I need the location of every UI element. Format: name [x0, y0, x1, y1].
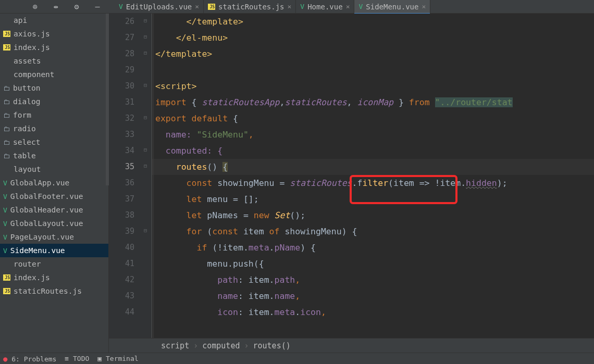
gear-icon[interactable]: ⚙: [71, 1, 82, 12]
fold-column[interactable]: ⊟⊟⊟⊟⊟⊟⊟⊟: [143, 14, 152, 338]
tab-home[interactable]: V Home.vue ×: [296, 0, 354, 14]
folder-icon: 🗀: [3, 84, 10, 92]
tree-item[interactable]: VGlobalHeader.vue: [0, 203, 108, 217]
tree-item-label: assets: [14, 57, 41, 65]
line-gutter: 26272829303132333435363738394041424344: [109, 14, 143, 338]
vue-icon: V: [3, 247, 7, 255]
folder-icon: 🗀: [3, 139, 10, 146]
vue-icon: V: [3, 179, 7, 187]
tree-item[interactable]: api: [0, 14, 108, 27]
close-icon[interactable]: ×: [346, 3, 350, 10]
tree-item-label: axios.js: [14, 30, 50, 38]
tree-item[interactable]: VGlobalLayout.vue: [0, 217, 108, 230]
tree-item[interactable]: 🗀select: [0, 135, 108, 149]
todo-button[interactable]: ≡ TODO: [65, 355, 89, 362]
folder-icon: [3, 17, 10, 24]
tree-item[interactable]: VGlobalApp.vue: [0, 176, 108, 190]
tree-item-label: form: [13, 111, 31, 119]
tree-item[interactable]: JSindex.js: [0, 41, 108, 54]
tree-item-label: index.js: [14, 43, 50, 52]
folder-icon: [3, 71, 10, 78]
code-editor[interactable]: 26272829303132333435363738394041424344 ⊟…: [109, 14, 594, 353]
folder-icon: [3, 57, 10, 65]
js-icon: JS: [3, 44, 10, 51]
breadcrumb-item[interactable]: computed: [202, 341, 240, 350]
tree-item-label: index.js: [14, 273, 50, 282]
js-icon: JS: [208, 4, 215, 10]
vue-icon: V: [3, 220, 7, 228]
tree-item[interactable]: VGlobalFooter.vue: [0, 190, 108, 203]
target-icon[interactable]: ⊕: [29, 1, 41, 12]
tree-item-label: SideMenu.vue: [10, 246, 65, 255]
editor-tabs: V EditUploads.vue × JS staticRoutes.js ×…: [115, 0, 430, 14]
tree-item-label: button: [13, 84, 40, 92]
tab-sidemenu[interactable]: V SideMenu.vue ×: [354, 0, 430, 14]
code-area[interactable]: </template> </el-menu> </template> <scri…: [152, 14, 594, 338]
tree-item-label: component: [14, 70, 55, 79]
tree-item-label: dialog: [13, 97, 40, 106]
tree-item[interactable]: 🗀button: [0, 81, 108, 95]
js-icon: JS: [3, 31, 10, 37]
tree-item-label: layout: [14, 165, 41, 173]
tree-item-label: GlobalApp.vue: [10, 179, 70, 187]
tree-item[interactable]: VSideMenu.vue: [0, 244, 108, 257]
vue-icon: V: [3, 206, 7, 214]
js-icon: JS: [3, 288, 10, 294]
tree-item[interactable]: JSaxios.js: [0, 27, 108, 41]
tree-item[interactable]: 🗀radio: [0, 122, 108, 135]
vue-icon: V: [3, 193, 7, 200]
tool-window-bar: ● 6: Problems ≡ TODO ▣ Terminal: [0, 353, 594, 364]
tree-item-label: table: [13, 152, 36, 160]
vue-icon: V: [300, 3, 304, 10]
breadcrumb[interactable]: script › computed › routes(): [109, 338, 594, 353]
tree-item-label: radio: [13, 124, 36, 133]
breadcrumb-item[interactable]: routes(): [253, 341, 291, 350]
tab-label: EditUploads.vue: [126, 3, 192, 11]
divide-icon[interactable]: ⇹: [50, 1, 61, 12]
folder-icon: 🗀: [3, 125, 10, 133]
tab-edituploads[interactable]: V EditUploads.vue ×: [115, 0, 204, 14]
tab-staticroutes[interactable]: JS staticRoutes.js ×: [204, 0, 296, 14]
tab-label: Home.vue: [307, 3, 342, 11]
tree-item[interactable]: JSindex.js: [0, 271, 108, 284]
tree-item[interactable]: 🗀table: [0, 149, 108, 162]
vue-icon: V: [3, 233, 7, 241]
tree-item[interactable]: assets: [0, 54, 108, 68]
tree-item[interactable]: 🗀form: [0, 108, 108, 122]
tree-item-label: GlobalLayout.vue: [10, 219, 83, 228]
tree-item[interactable]: 🗀dialog: [0, 95, 108, 108]
tree-item[interactable]: JSstaticRoutes.js: [0, 284, 108, 298]
tree-item-label: GlobalHeader.vue: [10, 206, 83, 214]
vue-icon: V: [119, 3, 123, 10]
problems-button[interactable]: ● 6: Problems: [3, 355, 56, 363]
tree-item[interactable]: layout: [0, 162, 108, 176]
terminal-button[interactable]: ▣ Terminal: [97, 355, 138, 362]
minimize-icon[interactable]: —: [92, 1, 103, 12]
tree-item-label: GlobalFooter.vue: [10, 192, 83, 200]
tree-item-label: select: [13, 138, 40, 146]
tree-item-label: api: [14, 16, 27, 24]
tree-item-label: router: [14, 260, 41, 268]
folder-icon: 🗀: [3, 152, 10, 160]
top-toolbar: ⊕ ⇹ ⚙ — V EditUploads.vue × JS staticRou…: [0, 0, 594, 14]
chevron-right-icon: ›: [244, 341, 249, 350]
tree-item[interactable]: component: [0, 68, 108, 81]
chevron-right-icon: ›: [193, 341, 198, 350]
close-icon[interactable]: ×: [195, 3, 199, 10]
close-icon[interactable]: ×: [422, 3, 426, 10]
folder-icon: 🗀: [3, 111, 10, 119]
vue-icon: V: [358, 3, 363, 10]
tab-label: SideMenu.vue: [366, 3, 418, 11]
js-icon: JS: [3, 274, 10, 281]
folder-icon: [3, 166, 10, 173]
tree-item-label: PageLayout.vue: [10, 233, 74, 241]
breadcrumb-item[interactable]: script: [161, 341, 189, 350]
folder-icon: [3, 260, 10, 268]
folder-icon: 🗀: [3, 98, 10, 106]
close-icon[interactable]: ×: [288, 3, 292, 10]
tab-label: staticRoutes.js: [218, 3, 284, 11]
project-tree[interactable]: apiJSaxios.jsJSindex.jsassetscomponent🗀b…: [0, 14, 109, 353]
tree-item[interactable]: VPageLayout.vue: [0, 230, 108, 244]
tree-item[interactable]: router: [0, 257, 108, 271]
tree-item-label: staticRoutes.js: [14, 287, 82, 295]
